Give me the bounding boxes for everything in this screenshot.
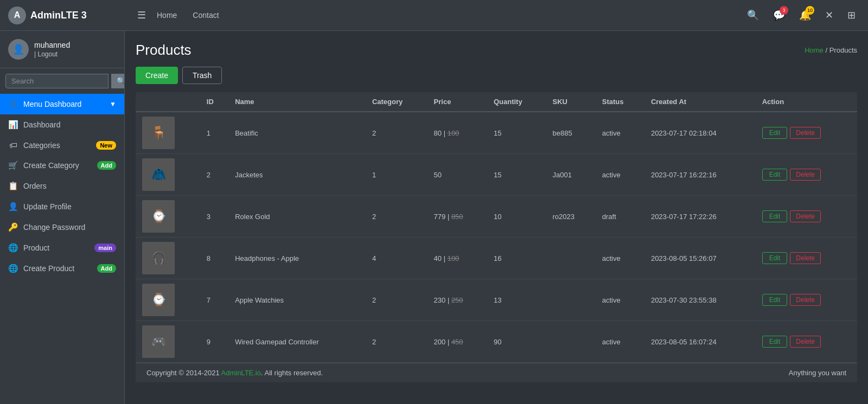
product-category-cell: 1 (366, 154, 427, 196)
product-sku-cell: Ja001 (546, 154, 596, 196)
sidebar-item-create-category[interactable]: 🛒 Create Category Add (0, 155, 124, 176)
col-category: Category (366, 92, 427, 112)
breadcrumb-home-link[interactable]: Home (805, 46, 824, 54)
create-button[interactable]: Create (136, 67, 178, 84)
product-status-cell: active (596, 279, 644, 321)
nav-home-link[interactable]: Home (150, 7, 183, 24)
product-name-cell: Jacketes (228, 154, 366, 196)
sidebar-item-categories[interactable]: 🏷 Categories New (0, 135, 124, 155)
sidebar-item-product[interactable]: 🌐 Product main (0, 238, 124, 258)
main-content: Products Home / Products Create Trash ID… (125, 31, 868, 404)
product-quantity-cell: 10 (487, 196, 546, 238)
sidebar-item-change-password[interactable]: 🔑 Change Password (0, 217, 124, 238)
edit-button[interactable]: Edit (762, 210, 788, 222)
product-status-cell: draft (596, 196, 644, 238)
navbar-links: Home Contact (150, 7, 743, 24)
sidebar-item-orders[interactable]: 📋 Orders (0, 176, 124, 196)
close-icon-button[interactable]: ✕ (821, 5, 838, 25)
grid-icon-button[interactable]: ⊞ (843, 5, 860, 25)
product-image: 🪑 (142, 117, 175, 149)
product-badge: main (94, 243, 116, 252)
edit-button[interactable]: Edit (762, 336, 788, 348)
delete-button[interactable]: Delete (790, 336, 821, 348)
footer-brand-link[interactable]: AdminLTE.io (221, 369, 261, 377)
product-category-cell: 4 (366, 238, 427, 279)
create-product-icon: 🌐 (8, 264, 18, 273)
edit-button[interactable]: Edit (762, 294, 788, 306)
product-price-cell: 80 | 100 (427, 112, 487, 154)
sidebar-user: 👤 muhanned | Logout (0, 31, 124, 68)
col-name: Name (228, 92, 366, 112)
delete-button[interactable]: Delete (790, 294, 821, 306)
edit-button[interactable]: Edit (762, 169, 788, 181)
search-input[interactable] (5, 74, 108, 88)
breadcrumb: Home / Products (805, 46, 857, 54)
delete-button[interactable]: Delete (790, 252, 821, 264)
product-name-cell: Headphones - Apple (228, 238, 366, 279)
sidebar-item-label: Product (23, 243, 89, 252)
search-submit-button[interactable]: 🔍 (111, 74, 125, 88)
product-image-cell: 🎧 (136, 238, 200, 279)
product-image-cell: 🧥 (136, 154, 200, 196)
product-image-cell: ⌚ (136, 279, 200, 321)
delete-button[interactable]: Delete (790, 127, 821, 139)
main-wrapper: 👤 muhanned | Logout 🔍 👤 Menu Dashboard ▼… (0, 31, 868, 404)
product-image: ⌚ (142, 284, 175, 316)
notifications-icon-button[interactable]: 🔔 10 (795, 5, 815, 25)
product-category-cell: 2 (366, 321, 427, 363)
create-category-badge: Add (97, 161, 116, 170)
product-id-cell: 1 (200, 112, 228, 154)
product-id-cell: 3 (200, 196, 228, 238)
delete-button[interactable]: Delete (790, 169, 821, 181)
edit-button[interactable]: Edit (762, 127, 788, 139)
product-created-cell: 2023-08-05 16:07:24 (644, 321, 756, 363)
product-sku-cell (546, 321, 596, 363)
col-quantity: Quantity (487, 92, 546, 112)
product-name-cell: Beatific (228, 112, 366, 154)
update-profile-icon: 👤 (8, 202, 18, 211)
brand-logo: A (8, 7, 26, 24)
product-id-cell: 9 (200, 321, 228, 363)
product-status-cell: active (596, 112, 644, 154)
notifications-badge: 10 (806, 6, 814, 15)
product-sku-cell (546, 279, 596, 321)
product-status-cell: active (596, 321, 644, 363)
sidebar-item-update-profile[interactable]: 👤 Update Profile (0, 196, 124, 217)
product-image: 🧥 (142, 158, 175, 191)
nav-contact-link[interactable]: Contact (186, 7, 225, 24)
trash-button[interactable]: Trash (182, 67, 222, 84)
product-created-cell: 2023-07-17 16:22:16 (644, 154, 756, 196)
product-image: 🎮 (142, 325, 175, 358)
navbar-right: 🔍 💬 3 🔔 10 ✕ ⊞ (743, 5, 860, 25)
col-price: Price (427, 92, 487, 112)
breadcrumb-current: Products (829, 46, 857, 54)
product-icon: 🌐 (8, 243, 18, 253)
product-price-cell: 50 (427, 154, 487, 196)
messages-icon-button[interactable]: 💬 3 (769, 5, 789, 25)
product-category-cell: 2 (366, 279, 427, 321)
product-category-cell: 2 (366, 196, 427, 238)
search-icon-button[interactable]: 🔍 (743, 5, 763, 25)
sidebar-nav: 👤 Menu Dashboard ▼ 📊 Dashboard 🏷 Categor… (0, 94, 124, 404)
product-id-cell: 2 (200, 154, 228, 196)
product-name-cell: Rolex Gold (228, 196, 366, 238)
edit-button[interactable]: Edit (762, 252, 788, 264)
table-row: 🎮 9 Wired Gamepad Controller 2 200 | 450… (136, 321, 857, 363)
sidebar-item-menu-dashboard[interactable]: 👤 Menu Dashboard ▼ (0, 94, 124, 114)
sidebar-toggle-button[interactable]: ☰ (133, 5, 150, 25)
sidebar: 👤 muhanned | Logout 🔍 👤 Menu Dashboard ▼… (0, 31, 125, 404)
logout-link[interactable]: | Logout (34, 50, 58, 58)
delete-button[interactable]: Delete (790, 210, 821, 222)
username: muhanned (34, 41, 70, 49)
product-quantity-cell: 90 (487, 321, 546, 363)
table-header-row: ID Name Category Price Quantity SKU Stat… (136, 92, 857, 112)
col-sku: SKU (546, 92, 596, 112)
action-buttons: Create Trash (136, 67, 857, 84)
product-created-cell: 2023-08-05 15:26:07 (644, 238, 756, 279)
menu-dashboard-icon: 👤 (8, 99, 18, 109)
page-title: Products (136, 42, 192, 59)
messages-badge: 3 (780, 6, 788, 15)
table-row: 🎧 8 Headphones - Apple 4 40 | 100 16 act… (136, 238, 857, 279)
sidebar-item-dashboard[interactable]: 📊 Dashboard (0, 114, 124, 135)
sidebar-item-create-product[interactable]: 🌐 Create Product Add (0, 258, 124, 279)
